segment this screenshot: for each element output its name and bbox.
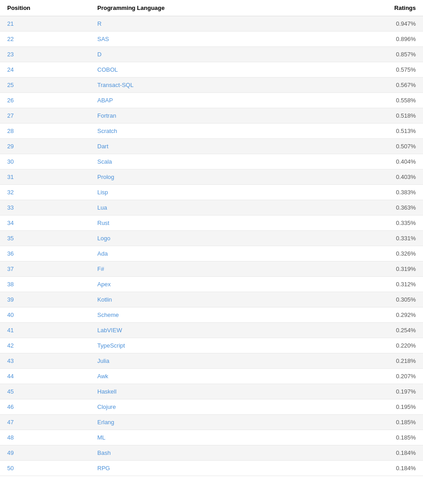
- ratings-cell: 0.518%: [315, 108, 423, 124]
- language-cell: ML: [90, 430, 315, 445]
- language-cell: Transact-SQL: [90, 78, 315, 93]
- language-cell: Lua: [90, 200, 315, 215]
- table-row: 25Transact-SQL0.567%: [0, 78, 423, 93]
- table-row: 22SAS0.896%: [0, 32, 423, 47]
- language-cell: Apex: [90, 277, 315, 292]
- language-cell: COBOL: [90, 62, 315, 78]
- language-cell: Dart: [90, 139, 315, 154]
- position-cell: 37: [0, 261, 90, 277]
- table-row: 36Ada0.326%: [0, 246, 423, 261]
- language-cell: TypeScript: [90, 338, 315, 353]
- ratings-cell: 0.254%: [315, 323, 423, 338]
- ratings-cell: 0.507%: [315, 139, 423, 154]
- language-cell: Lisp: [90, 185, 315, 200]
- language-cell: Scala: [90, 154, 315, 170]
- position-cell: 25: [0, 78, 90, 93]
- table-row: 24COBOL0.575%: [0, 62, 423, 78]
- table-row: 32Lisp0.383%: [0, 185, 423, 200]
- ratings-cell: 0.292%: [315, 307, 423, 323]
- ratings-cell: 0.567%: [315, 78, 423, 93]
- ratings-cell: 0.185%: [315, 415, 423, 430]
- table-row: 26ABAP0.558%: [0, 93, 423, 108]
- language-header: Programming Language: [90, 0, 315, 16]
- ratings-cell: 0.312%: [315, 277, 423, 292]
- ratings-cell: 0.331%: [315, 231, 423, 246]
- table-row: 39Kotlin0.305%: [0, 292, 423, 307]
- language-cell: Rust: [90, 215, 315, 231]
- ratings-cell: 0.326%: [315, 246, 423, 261]
- language-cell: Haskell: [90, 384, 315, 399]
- position-cell: 44: [0, 369, 90, 384]
- table-row: 30Scala0.404%: [0, 154, 423, 170]
- rankings-table: Position Programming Language Ratings 21…: [0, 0, 423, 476]
- ratings-cell: 0.207%: [315, 369, 423, 384]
- position-cell: 45: [0, 384, 90, 399]
- ratings-cell: 0.404%: [315, 154, 423, 170]
- position-cell: 22: [0, 32, 90, 47]
- table-row: 43Julia0.218%: [0, 353, 423, 369]
- language-cell: Prolog: [90, 170, 315, 185]
- ratings-cell: 0.513%: [315, 124, 423, 139]
- table-row: 23D0.857%: [0, 47, 423, 62]
- table-row: 28Scratch0.513%: [0, 124, 423, 139]
- table-row: 21R0.947%: [0, 16, 423, 32]
- ratings-cell: 0.184%: [315, 461, 423, 476]
- ratings-cell: 0.857%: [315, 47, 423, 62]
- table-row: 31Prolog0.403%: [0, 170, 423, 185]
- table-row: 45Haskell0.197%: [0, 384, 423, 399]
- language-cell: Bash: [90, 445, 315, 461]
- language-cell: Awk: [90, 369, 315, 384]
- table-row: 27Fortran0.518%: [0, 108, 423, 124]
- table-row: 42TypeScript0.220%: [0, 338, 423, 353]
- table-row: 38Apex0.312%: [0, 277, 423, 292]
- position-cell: 43: [0, 353, 90, 369]
- table-row: 40Scheme0.292%: [0, 307, 423, 323]
- table-row: 41LabVIEW0.254%: [0, 323, 423, 338]
- language-cell: Logo: [90, 231, 315, 246]
- ratings-cell: 0.575%: [315, 62, 423, 78]
- language-cell: F#: [90, 261, 315, 277]
- table-header-row: Position Programming Language Ratings: [0, 0, 423, 16]
- ratings-cell: 0.363%: [315, 200, 423, 215]
- position-cell: 21: [0, 16, 90, 32]
- ratings-cell: 0.220%: [315, 338, 423, 353]
- table-row: 29Dart0.507%: [0, 139, 423, 154]
- table-row: 37F#0.319%: [0, 261, 423, 277]
- position-cell: 36: [0, 246, 90, 261]
- position-cell: 35: [0, 231, 90, 246]
- position-cell: 38: [0, 277, 90, 292]
- language-cell: Clojure: [90, 399, 315, 415]
- ratings-cell: 0.197%: [315, 384, 423, 399]
- language-cell: Erlang: [90, 415, 315, 430]
- ratings-header: Ratings: [315, 0, 423, 16]
- position-cell: 27: [0, 108, 90, 124]
- position-cell: 41: [0, 323, 90, 338]
- position-cell: 31: [0, 170, 90, 185]
- ratings-cell: 0.218%: [315, 353, 423, 369]
- position-cell: 50: [0, 461, 90, 476]
- language-cell: Scheme: [90, 307, 315, 323]
- ratings-cell: 0.185%: [315, 430, 423, 445]
- position-cell: 40: [0, 307, 90, 323]
- table-row: 44Awk0.207%: [0, 369, 423, 384]
- language-cell: R: [90, 16, 315, 32]
- ratings-cell: 0.896%: [315, 32, 423, 47]
- position-cell: 33: [0, 200, 90, 215]
- language-cell: ABAP: [90, 93, 315, 108]
- language-cell: D: [90, 47, 315, 62]
- table-row: 49Bash0.184%: [0, 445, 423, 461]
- position-cell: 34: [0, 215, 90, 231]
- language-cell: RPG: [90, 461, 315, 476]
- language-cell: Ada: [90, 246, 315, 261]
- position-cell: 29: [0, 139, 90, 154]
- table-row: 50RPG0.184%: [0, 461, 423, 476]
- ratings-cell: 0.558%: [315, 93, 423, 108]
- ratings-cell: 0.947%: [315, 16, 423, 32]
- ratings-cell: 0.305%: [315, 292, 423, 307]
- position-cell: 46: [0, 399, 90, 415]
- ratings-cell: 0.184%: [315, 445, 423, 461]
- language-cell: Scratch: [90, 124, 315, 139]
- position-cell: 30: [0, 154, 90, 170]
- language-cell: Kotlin: [90, 292, 315, 307]
- ratings-cell: 0.383%: [315, 185, 423, 200]
